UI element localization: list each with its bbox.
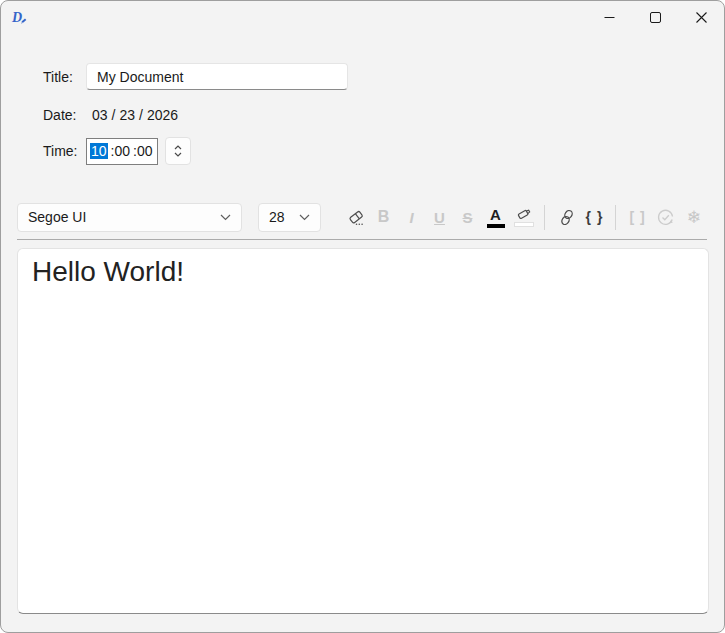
code-braces-button[interactable]: { } [581,203,608,231]
italic-glyph: I [409,209,413,226]
chevron-down-icon [299,214,310,221]
bold-button[interactable]: B [370,203,397,231]
brackets-glyph: [ ] [629,209,645,225]
svg-text:D: D [11,10,22,25]
close-button[interactable] [678,1,724,33]
bold-glyph: B [378,208,390,226]
minimize-icon [604,12,615,23]
clear-formatting-button[interactable] [342,203,369,231]
title-label: Title: [43,69,86,85]
time-row: Time: 10 : 00 : 00 [43,137,348,165]
time-hour-selected[interactable]: 10 [90,143,108,159]
title-row: Title: [43,63,348,90]
date-separator: / [139,107,143,123]
time-second[interactable]: 00 [137,143,153,159]
date-year[interactable]: 2026 [147,107,178,123]
toolbar-separator [544,205,545,230]
font-family-value: Segoe UI [28,209,86,225]
date-separator: / [112,107,116,123]
time-label: Time: [43,143,86,159]
freeze-button[interactable]: ❄ [680,203,707,231]
minimize-button[interactable] [586,1,632,33]
snowflake-icon: ❄ [686,209,700,226]
chevron-down-icon [220,214,231,221]
date-month[interactable]: 03 [92,107,108,123]
date-row: Date: 03 / 23 / 2026 [43,105,348,125]
underline-glyph: U [434,209,445,226]
maximize-button[interactable] [632,1,678,33]
maximize-icon [650,12,661,23]
close-icon [696,12,707,23]
insert-link-button[interactable] [553,203,580,231]
font-size-value: 28 [269,209,285,225]
strikethrough-glyph: S [462,209,472,226]
underline-button[interactable]: U [426,203,453,231]
eraser-icon [347,209,365,226]
font-color-glyph: A [490,207,501,222]
date-picker[interactable]: 03 / 23 / 2026 [86,107,182,123]
app-window: D Title: Date: 03 / [0,0,725,633]
document-form: Title: Date: 03 / 23 / 2026 Time: 10 : 0… [43,63,348,165]
toolbar-separator [615,205,616,230]
highlighter-icon [515,207,533,221]
italic-button[interactable]: I [398,203,425,231]
code-braces-glyph: { } [586,209,604,225]
titlebar: D [1,1,724,33]
caption-buttons [586,1,724,33]
highlight-button[interactable] [510,203,537,231]
highlight-color-swatch [514,222,534,227]
title-input[interactable] [86,63,348,90]
rich-text-editor[interactable]: Hello World! [17,248,709,614]
brackets-button[interactable]: [ ] [624,203,651,231]
time-minute[interactable]: 00 [114,143,130,159]
toolbar-divider [17,239,707,240]
sync-check-button[interactable] [652,203,679,231]
time-input[interactable]: 10 : 00 : 00 [86,138,158,165]
format-toolbar: Segoe UI 28 B I U [17,202,708,232]
font-color-swatch [487,224,505,228]
date-label: Date: [43,107,86,123]
strikethrough-button[interactable]: S [454,203,481,231]
font-color-button[interactable]: A [482,203,509,231]
app-icon: D [11,9,28,26]
up-down-chevrons-icon [173,144,183,158]
time-spinner-button[interactable] [165,137,191,165]
font-size-select[interactable]: 28 [258,203,321,232]
font-family-select[interactable]: Segoe UI [17,203,242,232]
check-circle-arrow-icon [656,208,675,227]
link-icon [559,209,575,226]
date-day[interactable]: 23 [119,107,135,123]
